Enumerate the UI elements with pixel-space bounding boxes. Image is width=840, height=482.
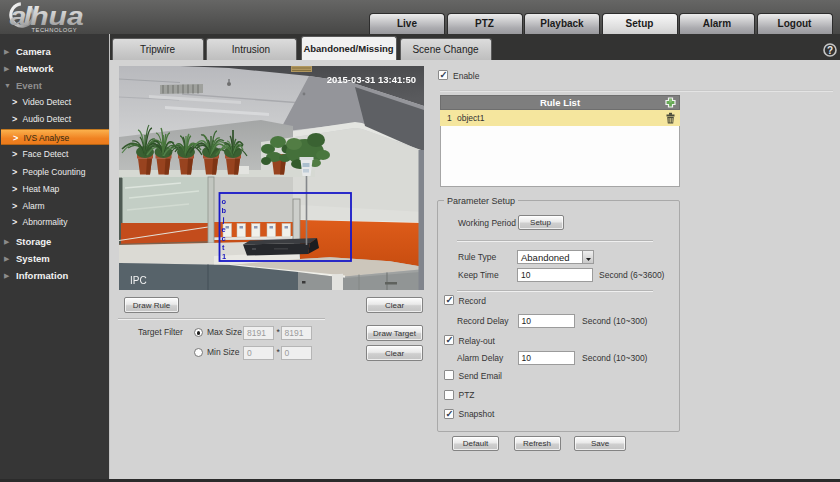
- svg-text:IPC: IPC: [130, 275, 147, 286]
- svg-text:?: ?: [827, 45, 833, 56]
- svg-text:b: b: [222, 206, 227, 215]
- svg-text:o: o: [222, 197, 227, 206]
- svg-text:c: c: [222, 234, 226, 243]
- svg-text:1: 1: [222, 252, 226, 261]
- svg-text:e: e: [222, 225, 226, 234]
- svg-text:TECHNOLOGY: TECHNOLOGY: [32, 27, 78, 33]
- svg-text:j: j: [222, 215, 225, 224]
- svg-text:2015-03-31 13:41:50: 2015-03-31 13:41:50: [327, 74, 416, 85]
